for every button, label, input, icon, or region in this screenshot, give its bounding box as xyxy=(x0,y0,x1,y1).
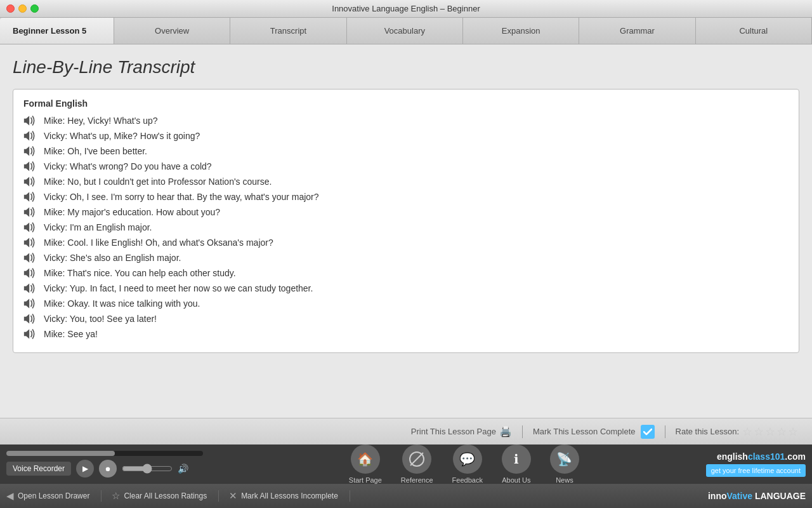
speaker-icon[interactable] xyxy=(23,252,37,264)
transcript-line: Mike: Hey, Vicky! What's up? xyxy=(23,115,789,126)
reference-icon xyxy=(402,444,431,474)
transcript-line: Vicky: Oh, I see. I'm sorry to hear that… xyxy=(23,191,789,203)
title-bar: Innovative Language English – Beginner xyxy=(0,0,812,18)
nav-reference[interactable]: Reference xyxy=(401,444,433,484)
transcript-text: Vicky: Oh, I see. I'm sorry to hear that… xyxy=(44,192,319,202)
nav-icons-area: 🏠 Start Page Reference 💬 Feedback ℹ Abou… xyxy=(228,444,700,484)
mark-complete-button[interactable]: Mark This Lesson Complete xyxy=(533,425,655,439)
transcript-text: Mike: Hey, Vicky! What's up? xyxy=(44,116,158,126)
open-drawer-label: Open Lesson Drawer xyxy=(18,491,89,500)
svg-marker-1 xyxy=(24,131,29,141)
transcript-text: Mike: Okay. It was nice talking with you… xyxy=(44,298,200,309)
progress-fill xyxy=(6,451,115,456)
transcript-line: Vicky: She's also an English major. xyxy=(23,252,789,264)
transcript-line: Vicky: You, too! See ya later! xyxy=(23,313,789,324)
info-icon: ℹ xyxy=(502,444,531,474)
transcript-text: Mike: Cool. I like English! Oh, and what… xyxy=(44,237,273,248)
page-title: Line-By-Line Transcript xyxy=(13,57,799,77)
svg-marker-10 xyxy=(24,269,29,278)
transcript-line: Mike: See ya! xyxy=(23,328,789,340)
star-rating[interactable]: ☆☆☆☆☆ xyxy=(742,425,799,439)
minimize-button[interactable] xyxy=(18,4,27,13)
main-window: Beginner Lesson 5 Overview Transcript Vo… xyxy=(0,18,812,508)
transcript-line: Mike: Okay. It was nice talking with you… xyxy=(23,298,789,309)
speaker-icon[interactable] xyxy=(23,222,37,233)
speaker-icon[interactable] xyxy=(23,176,37,187)
active-tab[interactable]: Beginner Lesson 5 xyxy=(0,18,114,44)
content-area: Line-By-Line Transcript Formal English M… xyxy=(0,44,812,418)
clear-ratings-button[interactable]: ☆ Clear All Lesson Ratings xyxy=(112,490,219,502)
tab-overview[interactable]: Overview xyxy=(114,18,230,44)
tab-vocabulary[interactable]: Vocabulary xyxy=(347,18,463,44)
svg-marker-6 xyxy=(24,208,29,217)
divider xyxy=(522,425,523,438)
speaker-icon[interactable] xyxy=(23,145,37,157)
footer-bar: ◀ Open Lesson Drawer ☆ Clear All Lesson … xyxy=(0,484,812,508)
transcript-line: Mike: My major's education. How about yo… xyxy=(23,206,789,218)
svg-marker-11 xyxy=(24,284,29,293)
print-lesson-button[interactable]: Print This Lesson Page 🖨️ xyxy=(411,425,512,438)
nav-about-us[interactable]: ℹ About Us xyxy=(502,444,531,484)
section-header: Formal English xyxy=(23,98,789,109)
tab-expansion[interactable]: Expansion xyxy=(463,18,579,44)
play-button[interactable]: ▶ xyxy=(76,460,94,478)
complete-checkbox[interactable] xyxy=(641,425,655,439)
speaker-icon[interactable] xyxy=(23,191,37,203)
transcript-text: Vicky: You, too! See ya later! xyxy=(44,314,157,324)
close-button[interactable] xyxy=(6,4,15,13)
transcript-text: Mike: Oh, I've been better. xyxy=(44,146,147,156)
transcript-text: Vicky: I'm an English major. xyxy=(44,222,152,232)
window-controls xyxy=(6,4,39,13)
speaker-icon[interactable] xyxy=(23,206,37,218)
speaker-icon[interactable] xyxy=(23,130,37,142)
speaker-icon[interactable] xyxy=(23,267,37,279)
tab-bar: Beginner Lesson 5 Overview Transcript Vo… xyxy=(0,18,812,44)
feedback-icon: 💬 xyxy=(453,444,482,474)
ec-domain: englishclass101.com xyxy=(717,451,806,462)
record-button[interactable]: ⏺ xyxy=(99,460,117,478)
svg-marker-4 xyxy=(24,177,29,187)
star-icon: ☆ xyxy=(112,490,120,502)
progress-track[interactable] xyxy=(6,451,203,456)
volume-slider[interactable] xyxy=(122,464,173,474)
transcript-text: Mike: No, but I couldn't get into Profes… xyxy=(44,177,272,187)
ec-cta[interactable]: get your free lifetime account xyxy=(706,464,806,477)
rate-lesson: Rate this Lesson: ☆☆☆☆☆ xyxy=(676,425,799,439)
speaker-icon[interactable] xyxy=(23,313,37,324)
svg-marker-14 xyxy=(24,330,29,339)
svg-marker-8 xyxy=(24,238,29,248)
maximize-button[interactable] xyxy=(30,4,39,13)
transcript-text: Mike: See ya! xyxy=(44,329,98,339)
tab-transcript[interactable]: Transcript xyxy=(230,18,346,44)
player-controls: Voice Recorder ▶ ⏺ 🔊 xyxy=(6,460,222,478)
transcript-line: Vicky: I'm an English major. xyxy=(23,222,789,233)
speaker-icon[interactable] xyxy=(23,161,37,172)
transcript-text: Mike: That's nice. You can help each oth… xyxy=(44,268,236,278)
window-title: Innovative Language English – Beginner xyxy=(332,4,480,13)
nav-start-page[interactable]: 🏠 Start Page xyxy=(349,444,382,484)
nav-news[interactable]: 📡 News xyxy=(550,444,579,484)
feedback-label: Feedback xyxy=(452,476,483,484)
about-us-label: About Us xyxy=(502,476,530,484)
speaker-icon[interactable] xyxy=(23,298,37,309)
mark-all-incomplete-button[interactable]: ✕ Mark All Lessons Incomplete xyxy=(229,490,350,502)
svg-marker-5 xyxy=(24,192,29,202)
speaker-icon[interactable] xyxy=(23,328,37,340)
checkmark-icon xyxy=(643,428,652,436)
transcript-line: Mike: No, but I couldn't get into Profes… xyxy=(23,176,789,187)
speaker-icon[interactable] xyxy=(23,115,37,126)
transcript-text: Vicky: Yup. In fact, I need to meet her … xyxy=(44,283,313,293)
transcript-line: Mike: Oh, I've been better. xyxy=(23,145,789,157)
transcript-text: Vicky: What's wrong? Do you have a cold? xyxy=(44,161,212,171)
tab-cultural[interactable]: Cultural xyxy=(696,18,812,44)
voice-recorder-label-btn[interactable]: Voice Recorder xyxy=(6,462,71,476)
nav-feedback[interactable]: 💬 Feedback xyxy=(452,444,483,484)
transcript-text: Vicky: What's up, Mike? How's it going? xyxy=(44,131,200,141)
svg-marker-13 xyxy=(24,314,29,324)
open-lesson-drawer-button[interactable]: ◀ Open Lesson Drawer xyxy=(6,490,102,502)
tab-grammar[interactable]: Grammar xyxy=(579,18,695,44)
transcript-box: Formal English Mike: Hey, Vicky! What's … xyxy=(13,89,799,353)
speaker-icon[interactable] xyxy=(23,237,37,248)
mark-complete-label: Mark This Lesson Complete xyxy=(533,427,636,436)
speaker-icon[interactable] xyxy=(23,283,37,294)
